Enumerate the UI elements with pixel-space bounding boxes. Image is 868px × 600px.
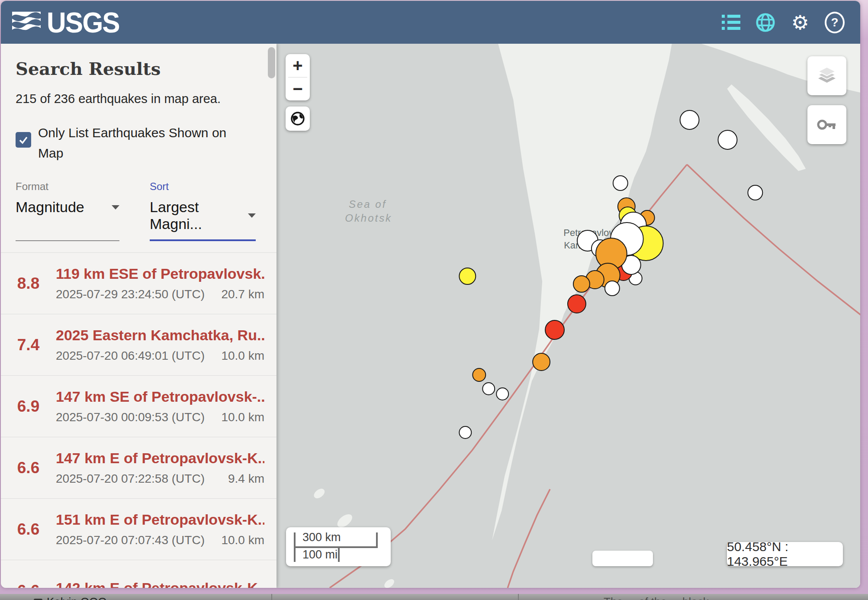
only-list-shown-row: Only List Earthquakes Shown on Map	[16, 123, 261, 163]
layers-icon	[815, 64, 839, 88]
sort-value: Largest Magni...	[150, 199, 242, 232]
earthquake-list-item[interactable]: 7.4 2025 Eastern Kamchatka, Ru... 2025-0…	[1, 314, 276, 376]
magnitude-value: 6.6	[1, 582, 56, 588]
navbar-actions: ⚙ ?	[721, 13, 845, 32]
globe-reset-icon	[290, 111, 305, 126]
earthquake-marker-white[interactable]	[496, 388, 508, 400]
format-select[interactable]: Format Magnitude	[16, 181, 119, 241]
event-time: 2025-07-20 07:07:43 (UTC)	[56, 533, 205, 547]
event-title-link[interactable]: 2025 Eastern Kamchatka, Ru...	[56, 327, 264, 344]
sidebar-header: Search Results 215 of 236 earthquakes in…	[1, 44, 276, 252]
earthquake-marker-yellow[interactable]	[459, 268, 476, 284]
landmass-kamchatka	[312, 44, 860, 588]
usgs-waves-icon	[11, 10, 42, 35]
earthquake-marker-white[interactable]	[718, 130, 737, 149]
usgs-logo[interactable]: USGS	[11, 7, 119, 38]
magnitude-value: 8.8	[1, 274, 56, 293]
list-icon-glyph	[722, 15, 740, 30]
zoom-out-button[interactable]: −	[286, 77, 310, 100]
window-icon	[34, 599, 42, 600]
earthquake-list-item[interactable]: 8.8 119 km ESE of Petropavlovsk... 2025-…	[1, 253, 276, 314]
only-list-shown-checkbox[interactable]	[16, 132, 31, 148]
scale-km-label: 300 km	[302, 531, 341, 544]
results-count: 215 of 236 earthquakes in map area.	[16, 92, 261, 106]
background-window-strip: Kelvin OOO The ... of the ... block ...	[0, 594, 868, 600]
earthquake-marker-orange[interactable]	[473, 368, 485, 381]
event-time: 2025-07-29 23:24:50 (UTC)	[56, 287, 205, 301]
legend-key-button[interactable]	[807, 105, 846, 144]
earthquake-list-item[interactable]: 6.9 147 km SE of Petropavlovsk-... 2025-…	[1, 376, 276, 437]
list-controls: Format Magnitude Sort Largest Magni...	[16, 178, 261, 252]
chevron-down-icon	[112, 205, 119, 210]
gear-glyph: ⚙	[791, 13, 809, 32]
event-depth: 20.7 km	[221, 287, 264, 301]
event-title-link[interactable]: 147 km SE of Petropavlovsk-...	[56, 388, 264, 405]
reset-view-button[interactable]	[286, 106, 310, 131]
magnitude-value: 6.9	[1, 397, 56, 416]
attribution-box	[592, 551, 653, 566]
background-window-partial-text: The ... of the ... block ...	[604, 595, 721, 600]
event-depth: 10.0 km	[221, 349, 264, 363]
scale-mi-label: 100 mi	[302, 548, 338, 561]
page-title: Search Results	[16, 58, 261, 79]
earthquake-marker-red[interactable]	[568, 295, 586, 313]
earthquake-marker-red[interactable]	[545, 320, 564, 339]
event-depth: 10.0 km	[221, 533, 264, 547]
earthquake-marker-white[interactable]	[459, 426, 471, 439]
earthquake-list-item[interactable]: 6.6 142 km E of Petropavlovsk-K...	[1, 560, 276, 588]
window-divider	[271, 594, 272, 600]
only-list-shown-label: Only List Earthquakes Shown on Map	[38, 123, 241, 163]
sidebar-scrollbar[interactable]	[268, 47, 275, 78]
usgs-earthquakes-window: USGS ⚙ ?	[1, 1, 860, 588]
key-icon	[816, 113, 838, 136]
desktop: { "navbar": { "logo_text": "USGS", "icon…	[0, 0, 868, 600]
earthquake-list-item[interactable]: 6.6 147 km E of Petropavlovsk-K... 2025-…	[1, 437, 276, 499]
format-label: Format	[16, 181, 119, 193]
zoom-control: + −	[286, 54, 310, 100]
magnitude-value: 6.6	[1, 520, 56, 539]
event-time: 2025-07-30 00:09:53 (UTC)	[56, 410, 205, 424]
settings-gear-icon[interactable]: ⚙	[790, 13, 810, 32]
event-depth: 10.0 km	[221, 410, 264, 424]
earthquake-list: 8.8 119 km ESE of Petropavlovsk... 2025-…	[1, 252, 276, 588]
globe-icon[interactable]	[755, 13, 775, 32]
top-navbar: USGS ⚙ ?	[1, 1, 860, 44]
cursor-coordinates: 50.458°N : 143.965°E	[727, 542, 843, 566]
magnitude-value: 7.4	[1, 336, 56, 354]
earthquake-marker-orange[interactable]	[533, 353, 550, 371]
scale-bar: 300 km 100 mi	[286, 527, 391, 566]
usgs-logo-text: USGS	[47, 6, 119, 39]
event-depth: 9.4 km	[228, 472, 264, 486]
list-icon[interactable]	[721, 13, 741, 32]
window-divider	[518, 594, 519, 600]
earthquake-list-item[interactable]: 6.6 151 km E of Petropavlovsk-K... 2025-…	[1, 499, 276, 560]
earthquake-marker-white[interactable]	[605, 281, 620, 296]
chevron-down-icon	[248, 213, 256, 218]
zoom-in-button[interactable]: +	[286, 54, 310, 77]
event-time: 2025-07-20 06:49:01 (UTC)	[56, 349, 205, 363]
background-window-title[interactable]: Kelvin OOO	[34, 595, 107, 600]
earthquake-marker-white[interactable]	[482, 383, 495, 395]
sort-select[interactable]: Sort Largest Magni...	[150, 181, 256, 241]
layers-button[interactable]	[807, 56, 846, 95]
sea-label: Sea of	[349, 198, 386, 210]
earthquake-map[interactable]: Sea of Okhotsk Petropavlovsk- Kamchatsky…	[276, 44, 860, 588]
earthquake-marker-white[interactable]	[680, 110, 699, 129]
check-icon	[18, 135, 29, 145]
earthquake-marker-orange[interactable]	[573, 276, 590, 292]
help-icon[interactable]: ?	[825, 13, 845, 32]
sort-label: Sort	[150, 181, 256, 193]
event-title-link[interactable]: 142 km E of Petropavlovsk-K...	[56, 580, 264, 588]
earthquake-marker-white[interactable]	[613, 176, 628, 190]
sea-label: Okhotsk	[345, 212, 392, 224]
format-value: Magnitude	[16, 199, 84, 216]
globe-icon-glyph	[755, 12, 775, 33]
search-results-panel: Search Results 215 of 236 earthquakes in…	[1, 44, 276, 588]
event-title-link[interactable]: 147 km E of Petropavlovsk-K...	[56, 450, 264, 467]
help-glyph: ?	[825, 12, 845, 33]
earthquake-marker-white[interactable]	[748, 185, 762, 200]
magnitude-value: 6.6	[1, 459, 56, 477]
event-time: 2025-07-20 07:22:58 (UTC)	[56, 472, 205, 486]
event-title-link[interactable]: 119 km ESE of Petropavlovsk...	[56, 265, 264, 282]
event-title-link[interactable]: 151 km E of Petropavlovsk-K...	[56, 511, 264, 528]
